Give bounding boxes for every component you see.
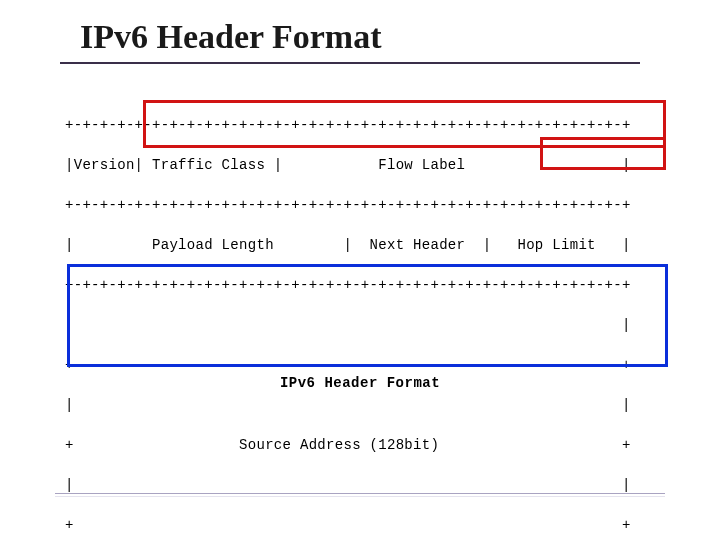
slide-title: IPv6 Header Format [80,18,680,60]
diagram-caption: IPv6 Header Format [0,375,720,391]
ascii-row-4: +-+-+-+-+-+-+-+-+-+-+-+-+-+-+-+-+-+-+-+-… [65,275,670,295]
ascii-row-2: +-+-+-+-+-+-+-+-+-+-+-+-+-+-+-+-+-+-+-+-… [65,195,670,215]
ascii-row-0: +-+-+-+-+-+-+-+-+-+-+-+-+-+-+-+-+-+-+-+-… [65,115,670,135]
slide-title-area: IPv6 Header Format [80,18,680,64]
ascii-row-8-source-address: + Source Address (128bit) + [65,435,670,455]
title-underline [60,62,640,64]
ascii-row-3-payload-nexthdr-hoplimit: | Payload Length | Next Header | Hop Lim… [65,235,670,255]
ascii-row-9: | | [65,475,670,495]
ascii-row-1-version-traffic-flow: |Version| Traffic Class | Flow Label | [65,155,670,175]
ascii-row-6: + + [65,355,670,375]
ascii-row-7: | | [65,395,670,415]
footer-rule-bottom [55,496,665,497]
ipv6-header-ascii-diagram: +-+-+-+-+-+-+-+-+-+-+-+-+-+-+-+-+-+-+-+-… [65,95,670,540]
footer-rule-top [55,493,665,494]
ascii-row-10: + + [65,515,670,535]
ascii-row-5: | | [65,315,670,335]
